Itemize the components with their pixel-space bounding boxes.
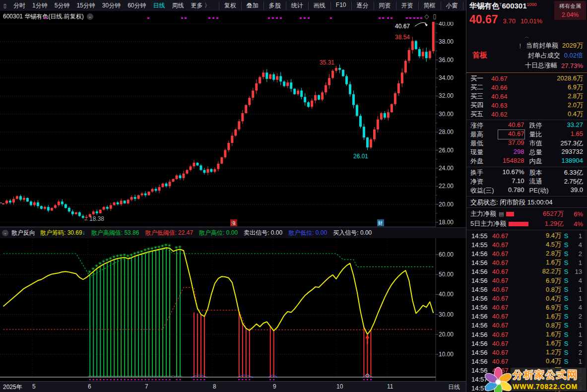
tick-count: 2 xyxy=(571,313,582,320)
candle-body-up xyxy=(33,202,36,205)
chevron-down-icon[interactable]: ⌄ xyxy=(2,230,8,236)
tick-time: 14:56 xyxy=(471,340,492,347)
order-book-row[interactable]: 买五40.620.4万 xyxy=(466,110,587,119)
candle-body-down xyxy=(210,169,212,172)
candle-body-down xyxy=(300,91,303,97)
stats-row: 现量298总量293732 xyxy=(466,148,587,157)
bid-volume: 2.0万 xyxy=(524,101,583,110)
tick-row: 14:5640.670.4万S1 xyxy=(466,294,587,303)
tick-time: 14:56 xyxy=(471,259,492,266)
signal-dot xyxy=(193,379,195,380)
price-tick-label: 38.00 xyxy=(439,38,454,45)
toolbar-tool-4[interactable]: 画线 xyxy=(308,1,330,10)
signal-dot xyxy=(162,379,164,380)
signal-dot xyxy=(128,379,129,380)
industry-chip[interactable]: 稀有金属 2.04% xyxy=(554,1,586,20)
flow-label: 主力净额 xyxy=(470,209,496,218)
toolbar-period-1[interactable]: 1分钟 xyxy=(29,1,51,10)
event-dot xyxy=(268,17,270,19)
tick-volume: 6.9万 xyxy=(522,303,561,312)
signal-dot xyxy=(242,379,243,380)
candle-body-up xyxy=(314,95,317,101)
candle-body-down xyxy=(196,163,198,165)
stats-value: 7.10 xyxy=(498,177,524,186)
tick-volume: 0.4万 xyxy=(522,294,561,303)
candle-body-down xyxy=(117,202,119,204)
order-book-row[interactable]: 买四40.632.0万 xyxy=(466,101,587,110)
toolbar-period-2[interactable]: 5分钟 xyxy=(51,1,73,10)
flow-row-0: 主力净额▤6527万6% xyxy=(466,209,587,219)
candle-body-up xyxy=(321,92,324,100)
stock-name[interactable]: 华锡有色 xyxy=(469,1,499,10)
stats-row: 收益(三)0.780PE(动)39.0 xyxy=(466,186,587,195)
stats-value: 40.67 xyxy=(498,130,524,139)
toolbar-period-4[interactable]: 30分钟 xyxy=(99,1,124,10)
tick-time: 14:56 xyxy=(471,295,492,302)
diamond-marker-icon[interactable]: ◇ xyxy=(424,13,433,20)
tick-time: 14:56 xyxy=(471,286,492,293)
time-axis[interactable]: 2025年 567891011 日线 xyxy=(0,381,466,392)
axis-month-label: 11 xyxy=(387,383,393,390)
toolbar-period-8[interactable]: 更多 〉 xyxy=(188,1,214,10)
indicator-field-value: 0.00 xyxy=(271,229,282,236)
tick-volume: 0.8万 xyxy=(522,285,561,294)
window-layout-icon[interactable]: ▯ xyxy=(0,2,10,9)
candle-body-down xyxy=(290,82,292,89)
tick-volume: 1.6万 xyxy=(522,258,561,267)
toolbar-period-7[interactable]: 周线 xyxy=(169,1,188,10)
candle-body-down xyxy=(134,197,136,199)
main-flow-section: 主力净额▤6527万6%5日主力净额1.29亿4% xyxy=(466,208,587,230)
toolbar-tool-5[interactable]: F10 xyxy=(330,1,351,10)
candle-body-up xyxy=(220,157,223,164)
toolbar-tool-9[interactable]: 简框 xyxy=(418,1,441,10)
top-toolbar: ▯ 分时1分钟5分钟15分钟30分钟60分钟日线周线更多 〉 复权叠加多股统计画… xyxy=(0,0,466,11)
event-dot xyxy=(272,17,274,19)
board-row-label: 封单占成交 xyxy=(528,51,560,60)
chevron-down-icon[interactable]: ⌄ xyxy=(87,13,93,20)
indicator-name[interactable]: 散户反向 xyxy=(11,229,35,237)
toolbar-tool-8[interactable]: 开资 xyxy=(396,1,418,10)
flow-value: 1.29亿 xyxy=(545,219,564,228)
candle-body-up xyxy=(248,98,251,105)
toolbar-period-3[interactable]: 15分钟 xyxy=(73,1,98,10)
stats-value: 33.27 xyxy=(557,121,584,130)
indicator-chart[interactable]: 60.0050.0040.0030.0020.0010.00✳✳✳✳✳✳✳✳✳✳… xyxy=(0,238,466,381)
toolbar-period-0[interactable]: 分时 xyxy=(10,1,29,10)
annotation-arrowhead xyxy=(425,23,428,26)
toolbar-tool-0[interactable]: 复权 xyxy=(219,1,241,10)
order-book: 买一40.672028.6万买二40.666.9万买三40.642.8万买四40… xyxy=(466,73,587,120)
stats-label: 最低 xyxy=(470,139,498,148)
toolbar-tool-7[interactable]: 同资 xyxy=(374,1,396,10)
indicator-field-value: 53.86 xyxy=(124,229,139,236)
order-book-row[interactable]: 买一40.672028.6万 xyxy=(466,74,587,83)
indicator-field-label: 散户高阈值: xyxy=(91,229,125,236)
board-row-value: 27.73% xyxy=(561,62,583,69)
candlestick-chart[interactable]: 40.0038.0036.0034.0032.0030.0028.0026.00… xyxy=(0,22,466,227)
candle-body-down xyxy=(199,165,202,170)
indicator-field-4: 卖出信号: 0.00 xyxy=(244,229,282,237)
toolbar-tool-10[interactable]: 小窗 xyxy=(441,1,463,10)
toolbar-period-6[interactable]: 日线 xyxy=(150,1,169,10)
toolbar-period-5[interactable]: 60分钟 xyxy=(124,1,149,10)
candle-body-up xyxy=(137,195,140,198)
list-icon[interactable]: ▤ xyxy=(499,211,504,217)
tick-row: 14:5640.671.6万S1 xyxy=(466,330,587,339)
stats-cell: 最高40.67 xyxy=(470,130,524,139)
toolbar-tool-2[interactable]: 多股 xyxy=(263,1,286,10)
stats-row: 涨停40.67跌停33.27 xyxy=(466,121,587,130)
candle-body-down xyxy=(71,211,74,214)
tick-side: S xyxy=(561,268,571,275)
toolbar-tool-1[interactable]: 叠加 xyxy=(241,1,263,10)
candle-body-up xyxy=(158,187,161,191)
price-annotation: 38.54 xyxy=(395,34,410,41)
panel-toggle-icon[interactable]: ▯ xyxy=(433,13,440,20)
order-book-row[interactable]: 买三40.642.8万 xyxy=(466,92,587,101)
indicator-field-label: 卖出信号: xyxy=(244,229,271,236)
candle-body-up xyxy=(231,135,233,143)
event-dot xyxy=(216,17,218,19)
order-book-row[interactable]: 买二40.666.9万 xyxy=(466,83,587,92)
toolbar-tool-3[interactable]: 统计 xyxy=(286,1,308,10)
board-rows: !当前封单额2029万封单占成交0.02倍十日总涨幅27.73% xyxy=(519,41,583,70)
chevron-up-icon[interactable]: ︿ xyxy=(524,33,529,40)
toolbar-tool-6[interactable]: 逐分 xyxy=(351,1,374,10)
